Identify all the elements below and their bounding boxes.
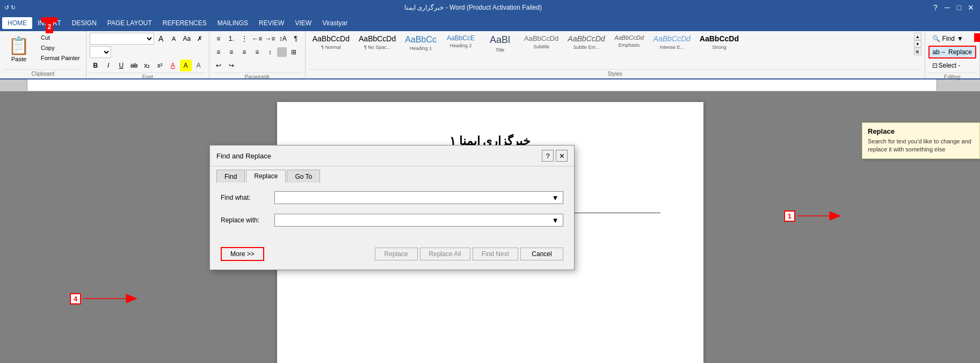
replace-button[interactable]: ab→ Replace (928, 46, 976, 59)
paragraph-group: ≡ 1. ⋮ ←≡ →≡ ↕A ¶ ≡ ≡ ≡ ≡ ↕ ⊞ (209, 31, 306, 78)
styles-expand-buttons: ▲ ▼ ⊞ (914, 33, 921, 55)
style-subtle-emphasis[interactable]: AaBbCcDd Subtle Em... (564, 33, 608, 54)
menu-bar: HOME INSERT 2 DESIGN PAGE LAYOUT REFEREN… (0, 15, 980, 31)
dialog-close-button[interactable]: ✕ (556, 150, 568, 162)
menu-review[interactable]: REVIEW (253, 17, 289, 29)
find-button[interactable]: 🔍 Find ▼ (928, 33, 967, 45)
font-size-row (90, 46, 111, 58)
maximize-button[interactable]: □ (954, 3, 964, 12)
ltr-button[interactable]: ↪ (226, 60, 237, 71)
style-normal[interactable]: AaBbCcDd ¶ Normal (309, 33, 353, 54)
styles-label: Styles (309, 69, 921, 77)
style-nospace[interactable]: AaBbCcDd ¶ No Spac... (355, 33, 400, 54)
clipboard-top: 📋 Paste Cut Copy Format Painter (3, 33, 83, 68)
sort-button[interactable]: ↕A (277, 33, 289, 45)
style-intense-emphasis[interactable]: AaBbCcDd Intense E... (650, 33, 694, 54)
dialog-help-button[interactable]: ? (542, 150, 554, 162)
replace-all-button[interactable]: Replace All (420, 248, 470, 260)
bullets-button[interactable]: ≡ (213, 33, 224, 45)
copy-button[interactable]: Copy (38, 43, 83, 53)
minimize-button[interactable]: ─ (942, 3, 952, 12)
underline-button[interactable]: U (115, 60, 127, 71)
decrease-indent-button[interactable]: ←≡ (251, 33, 263, 45)
decrease-font-button[interactable]: A (168, 33, 180, 45)
ruler-main (27, 79, 937, 91)
rtl-button[interactable]: ↩ (213, 60, 224, 71)
clipboard-group: 📋 Paste Cut Copy Format Painter Clipboar… (0, 31, 86, 78)
title-bar: ↺ ↻ خبرگزاری ایمنا - Word (Product Activ… (0, 0, 980, 15)
numbering-button[interactable]: 1. (226, 33, 237, 45)
show-hide-button[interactable]: ¶ (290, 33, 302, 45)
highlight-color-button[interactable]: A (180, 60, 192, 71)
increase-font-button[interactable]: A (155, 33, 167, 45)
style-title[interactable]: AaBl Title (481, 33, 519, 54)
dialog-title: Find and Replace (216, 152, 271, 160)
paste-button[interactable]: 📋 Paste (3, 33, 34, 65)
menu-view[interactable]: VIEW (289, 17, 317, 29)
borders-button[interactable]: ⊞ (288, 46, 300, 58)
dialog-controls: ? ✕ (542, 150, 568, 162)
undo-redo-area[interactable]: ↺ ↻ (4, 4, 16, 11)
select-button[interactable]: ⊡ Select - (928, 60, 964, 71)
find-next-button[interactable]: Find Next (473, 248, 518, 260)
clear-format-button[interactable]: ✗ (194, 33, 206, 45)
font-size-select[interactable] (90, 46, 111, 58)
style-subtitle[interactable]: AaBbCcDd Subtitle (520, 33, 562, 54)
replace-dropdown-button[interactable]: ▼ (550, 214, 561, 226)
format-painter-button[interactable]: Format Painter (38, 53, 83, 63)
find-label: Find what: (221, 194, 274, 201)
tab-find[interactable]: Find (216, 170, 245, 183)
styles-more[interactable]: ⊞ (914, 48, 921, 55)
menu-insert[interactable]: INSERT 2 (32, 17, 67, 29)
replace-tooltip: Replace Search for text you'd like to ch… (862, 122, 980, 159)
style-emphasis[interactable]: AaBbCcDd Emphasis (611, 33, 648, 54)
find-what-input[interactable] (277, 192, 550, 203)
align-center-button[interactable]: ≡ (226, 46, 237, 58)
menu-design[interactable]: DESIGN (67, 17, 102, 29)
dialog-title-bar: Find and Replace ? ✕ (210, 146, 574, 166)
styles-top: AaBbCcDd ¶ Normal AaBbCcDd ¶ No Spac... … (309, 33, 921, 68)
bold-button[interactable]: B (90, 60, 101, 71)
cut-button[interactable]: Cut (38, 33, 83, 42)
font-shade-button[interactable]: A (193, 60, 205, 71)
italic-button[interactable]: I (103, 60, 114, 71)
strikethrough-button[interactable]: ab (128, 60, 140, 71)
increase-indent-button[interactable]: →≡ (264, 33, 276, 45)
justify-button[interactable]: ≡ (251, 46, 263, 58)
shading-button[interactable] (277, 47, 287, 57)
style-strong[interactable]: AaBbCcDd Strong (696, 33, 743, 54)
replace-with-input[interactable] (277, 215, 550, 226)
align-right-button[interactable]: ≡ (238, 46, 250, 58)
line-spacing-button[interactable]: ↕ (264, 46, 276, 58)
styles-group: AaBbCcDd ¶ Normal AaBbCcDd ¶ No Spac... … (306, 31, 925, 78)
svg-marker-4 (83, 294, 137, 303)
close-button[interactable]: ✕ (966, 3, 976, 12)
tab-replace[interactable]: Replace (246, 170, 286, 183)
style-heading1[interactable]: AaBbCc Heading 1 (401, 33, 440, 54)
ribbon: 📋 Paste Cut Copy Format Painter Clipboar… (0, 31, 980, 79)
style-heading2[interactable]: AaBbCcE Heading 2 (442, 33, 480, 54)
find-dropdown-button[interactable]: ▼ (550, 192, 561, 204)
menu-home[interactable]: HOME (2, 17, 32, 29)
menu-page-layout[interactable]: PAGE LAYOUT (102, 17, 157, 29)
cancel-button[interactable]: Cancel (520, 248, 563, 260)
align-left-button[interactable]: ≡ (213, 46, 224, 58)
tab-goto[interactable]: Go To (287, 170, 320, 183)
styles-scroll-down[interactable]: ▼ (914, 40, 921, 48)
help-button[interactable]: ? (931, 3, 940, 12)
styles-scroll-up[interactable]: ▲ (914, 33, 921, 40)
menu-references[interactable]: REFERENCES (157, 17, 212, 29)
menu-mailings[interactable]: MAILINGS (212, 17, 253, 29)
superscript-button[interactable]: x² (154, 60, 166, 71)
font-name-select[interactable] (90, 33, 154, 45)
font-color-button[interactable]: A (167, 60, 179, 71)
replace-one-button[interactable]: Replace (375, 248, 418, 260)
menu-virastyar[interactable]: Virastyar (317, 17, 353, 29)
para-row1: ≡ 1. ⋮ ←≡ →≡ ↕A ¶ (213, 33, 302, 45)
editing-label: Editing (928, 72, 976, 80)
change-case-button[interactable]: Aa (181, 33, 193, 45)
more-button[interactable]: More >> (221, 247, 264, 261)
subscript-button[interactable]: x₂ (141, 60, 153, 71)
multilevel-button[interactable]: ⋮ (238, 33, 250, 45)
dialog-body: Find what: ▼ Replace with: ▼ (210, 183, 574, 245)
